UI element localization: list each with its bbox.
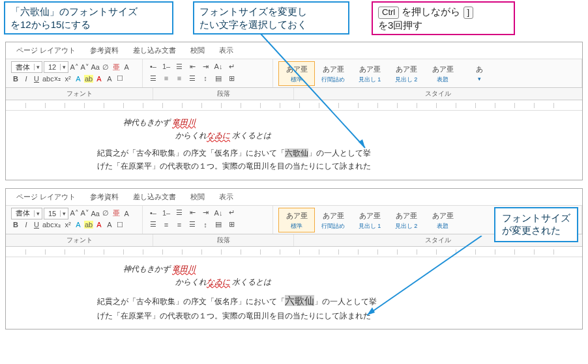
grow-font-icon[interactable]: A˄ — [70, 63, 79, 72]
anno4-line2: が変更された — [502, 225, 561, 236]
tab-view-2[interactable]: 表示 — [218, 191, 235, 203]
borders-icon-2[interactable]: ⊞ — [226, 219, 237, 230]
numbering-icon[interactable]: 1– — [161, 61, 171, 72]
anno2-line1: フォントサイズを変更し — [199, 6, 307, 17]
underline-icon-2[interactable]: U — [32, 221, 41, 229]
change-case-icon[interactable]: Aa — [91, 63, 100, 71]
show-para-icon[interactable]: ↵ — [226, 61, 237, 72]
sup-icon-2[interactable]: x² — [63, 221, 72, 229]
italic-icon-2[interactable]: I — [22, 221, 31, 229]
word-window-after: ページ レイアウト 参考資料 差し込み文書 校閲 表示 書体▾ 15▾ A˄ A… — [5, 188, 583, 330]
tab-review[interactable]: 校閲 — [189, 44, 206, 57]
multilevel-icon[interactable]: ☰ — [174, 61, 184, 72]
indent-dec-icon[interactable]: ⇤ — [187, 61, 198, 72]
style-more[interactable]: あ▾ — [461, 61, 497, 86]
anno1-line1: 「六歌仙」のフォントサイズ — [10, 6, 138, 17]
style-h1-2[interactable]: あア亜見出し 1 — [351, 208, 388, 232]
anno3-line2: を3回押す — [378, 20, 422, 31]
align-center-icon-2[interactable]: ≡ — [161, 219, 171, 230]
tab-page-layout-2[interactable]: ページ レイアウト — [15, 191, 77, 203]
tab-page-layout[interactable]: ページ レイアウト — [15, 44, 77, 57]
char-border-icon-2[interactable]: ☐ — [115, 221, 125, 229]
justify-icon-2[interactable]: ☰ — [187, 219, 198, 230]
clear-format-icon-2[interactable]: ∅ — [101, 209, 110, 217]
enclose-icon-2[interactable]: A — [122, 210, 131, 217]
change-case-icon-2[interactable]: Aa — [91, 210, 100, 217]
strike-icon[interactable]: abc — [42, 75, 51, 83]
tab-review-2[interactable]: 校閲 — [189, 191, 206, 203]
svg-marker-1 — [359, 139, 365, 148]
indent-dec-icon-2[interactable]: ⇤ — [187, 208, 198, 218]
numbering-icon-2[interactable]: 1– — [161, 208, 171, 218]
anno1-line2: を12から15にする — [10, 19, 91, 30]
strike-icon-2[interactable]: abc — [42, 221, 51, 229]
bullets-icon-2[interactable]: •– — [148, 208, 158, 218]
font-name-combo[interactable]: 書体▾ — [11, 61, 42, 73]
bold-icon-2[interactable]: B — [11, 221, 20, 229]
indent-inc-icon-2[interactable]: ⇥ — [200, 208, 211, 218]
style-normal-2[interactable]: あア亜標準 — [278, 208, 315, 232]
shading-icon[interactable]: ▤ — [213, 73, 224, 83]
underline-icon[interactable]: U — [32, 75, 41, 83]
sub-icon-2[interactable]: x₂ — [53, 221, 62, 229]
phonetic-icon-2[interactable]: 亜 — [111, 208, 121, 218]
sort-icon[interactable]: A↓ — [213, 61, 224, 72]
shrink-font-icon-2[interactable]: A˅ — [80, 209, 89, 217]
align-left-icon-2[interactable]: ☰ — [148, 219, 158, 230]
tab-mailings-2[interactable]: 差し込み文書 — [132, 191, 177, 203]
tab-mailings[interactable]: 差し込み文書 — [132, 44, 177, 57]
font-size-combo[interactable]: 12▾ — [44, 61, 68, 73]
char-shading-icon-2[interactable]: A — [105, 221, 114, 229]
align-right-icon[interactable]: ≡ — [174, 73, 184, 83]
pointer-line-2 — [358, 236, 514, 327]
align-right-icon-2[interactable]: ≡ — [174, 219, 184, 230]
sub-icon[interactable]: x₂ — [53, 74, 62, 83]
tab-references[interactable]: 参考資料 — [89, 44, 120, 57]
phonetic-icon[interactable]: 亜 — [111, 63, 121, 72]
svg-line-2 — [367, 236, 482, 315]
style-nospace-2[interactable]: あア亜行間詰め — [315, 208, 351, 232]
grow-font-icon-2[interactable]: A˄ — [70, 209, 79, 217]
selected-text-after[interactable]: 六歌仙 — [285, 295, 314, 306]
borders-icon[interactable]: ⊞ — [226, 73, 237, 83]
pointer-line-1 — [248, 34, 378, 164]
multilevel-icon-2[interactable]: ☰ — [174, 208, 184, 218]
sort-icon-2[interactable]: A↓ — [213, 208, 224, 218]
style-h2[interactable]: あア亜見出し 2 — [388, 61, 424, 86]
justify-icon[interactable]: ☰ — [187, 73, 198, 83]
bracket-key: ] — [463, 7, 474, 19]
font-color-icon-2[interactable]: A — [95, 221, 104, 229]
bullets-icon[interactable]: •– — [148, 61, 158, 72]
font-size-combo-2[interactable]: 15▾ — [44, 208, 68, 219]
line-spacing-icon[interactable]: ↕ — [200, 73, 211, 83]
italic-icon[interactable]: I — [22, 75, 31, 83]
font-name-combo-2[interactable]: 書体▾ — [11, 208, 42, 219]
anno4-line1: フォントサイズ — [502, 212, 570, 223]
svg-line-0 — [261, 34, 365, 148]
style-h2-2[interactable]: あア亜見出し 2 — [388, 208, 424, 232]
annotation-select-text: フォントサイズを変更し たい文字を選択しておく — [193, 1, 349, 35]
bold-icon[interactable]: B — [11, 75, 20, 83]
show-para-icon-2[interactable]: ↵ — [226, 208, 237, 218]
align-center-icon[interactable]: ≡ — [161, 73, 171, 83]
char-shading-icon[interactable]: A — [105, 75, 114, 83]
annotation-keyboard-shortcut: Ctrl を押しながら ] を3回押す — [372, 1, 515, 35]
sup-icon[interactable]: x² — [63, 75, 72, 83]
char-border-icon[interactable]: ☐ — [115, 74, 125, 83]
shrink-font-icon[interactable]: A˅ — [80, 63, 89, 72]
tab-references-2[interactable]: 参考資料 — [89, 191, 120, 203]
enclose-icon[interactable]: A — [122, 63, 131, 71]
font-color-icon[interactable]: A — [95, 75, 104, 83]
style-title-2[interactable]: あア亜表題 — [424, 208, 461, 232]
highlight-icon[interactable]: ab — [84, 75, 93, 83]
highlight-icon-2[interactable]: ab — [84, 221, 93, 229]
align-left-icon[interactable]: ☰ — [148, 73, 158, 83]
tab-view[interactable]: 表示 — [218, 44, 235, 57]
indent-inc-icon[interactable]: ⇥ — [200, 61, 211, 72]
text-effect-icon[interactable]: A — [74, 75, 83, 83]
line-spacing-icon-2[interactable]: ↕ — [200, 219, 211, 230]
clear-format-icon[interactable]: ∅ — [101, 63, 110, 72]
shading-icon-2[interactable]: ▤ — [213, 219, 224, 230]
text-effect-icon-2[interactable]: A — [74, 221, 83, 229]
style-title[interactable]: あア亜表題 — [424, 61, 461, 86]
